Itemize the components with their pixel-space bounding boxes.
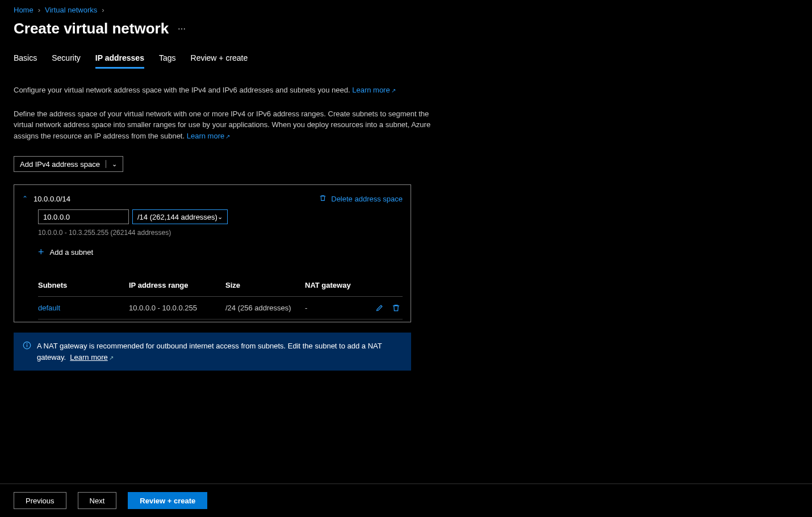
trash-icon xyxy=(319,194,327,204)
col-subnets: Subnets xyxy=(38,281,129,289)
external-link-icon: ↗ xyxy=(225,132,230,141)
learn-more-link[interactable]: Learn more↗ xyxy=(187,132,230,140)
page-title: Create virtual network xyxy=(14,20,169,37)
tab-tags[interactable]: Tags xyxy=(159,53,176,69)
cidr-label: /14 (262,144 addresses) xyxy=(137,213,217,221)
subnet-name-link[interactable]: default xyxy=(38,304,129,312)
more-icon[interactable]: ⋯ xyxy=(178,24,187,33)
chevron-up-icon[interactable]: ⌃ xyxy=(22,195,28,203)
add-subnet-button[interactable]: + Add a subnet xyxy=(38,247,403,257)
subnet-range: 10.0.0.0 - 10.0.0.255 xyxy=(129,304,225,312)
subnets-table: Subnets IP address range Size NAT gatewa… xyxy=(38,274,403,320)
add-ipv4-address-space-button[interactable]: Add IPv4 address space ⌄ xyxy=(14,156,123,172)
chevron-down-icon: ⌄ xyxy=(217,213,223,221)
review-create-button[interactable]: Review + create xyxy=(128,492,207,509)
tab-basics[interactable]: Basics xyxy=(14,53,37,69)
address-space-card: ⌃ 10.0.0.0/14 Delete address space /14 (… xyxy=(14,184,411,322)
breadcrumb-virtual-networks[interactable]: Virtual networks xyxy=(45,6,97,14)
info-learn-more-link[interactable]: Learn more xyxy=(70,353,107,362)
address-space-title: 10.0.0.0/14 xyxy=(34,195,70,203)
nat-gateway-info: A NAT gateway is recommended for outboun… xyxy=(14,333,411,371)
col-ip-range: IP address range xyxy=(129,281,225,289)
address-range-hint: 10.0.0.0 - 10.3.255.255 (262144 addresse… xyxy=(38,229,403,237)
add-subnet-label: Add a subnet xyxy=(50,248,94,257)
next-button[interactable]: Next xyxy=(78,492,117,509)
breadcrumb: Home › Virtual networks › xyxy=(14,0,812,14)
tab-ip-addresses[interactable]: IP addresses xyxy=(95,53,144,69)
external-link-icon: ↗ xyxy=(109,354,114,362)
external-link-icon: ↗ xyxy=(391,86,396,95)
chevron-right-icon: › xyxy=(102,6,104,14)
info-icon xyxy=(23,341,31,363)
tabs: Basics Security IP addresses Tags Review… xyxy=(14,53,812,69)
table-row: default 10.0.0.0 - 10.0.0.255 /24 (256 a… xyxy=(38,297,403,320)
chevron-right-icon: › xyxy=(38,6,40,14)
subnet-nat: - xyxy=(305,304,367,312)
add-space-label: Add IPv4 address space xyxy=(20,160,100,169)
tab-security[interactable]: Security xyxy=(52,53,81,69)
delete-address-space-button[interactable]: Delete address space xyxy=(319,194,403,204)
footer: Previous Next Review + create xyxy=(0,484,812,517)
breadcrumb-home[interactable]: Home xyxy=(14,6,34,14)
intro-text-2: Define the address space of your virtual… xyxy=(14,108,445,142)
learn-more-link[interactable]: Learn more↗ xyxy=(352,86,395,94)
edit-subnet-button[interactable] xyxy=(375,304,384,312)
address-space-ip-input[interactable] xyxy=(38,209,129,224)
subnet-size: /24 (256 addresses) xyxy=(225,304,305,312)
intro-text-1: Configure your virtual network address s… xyxy=(14,85,445,96)
svg-point-2 xyxy=(27,343,27,344)
intro-line1: Configure your virtual network address s… xyxy=(14,86,350,94)
delete-label: Delete address space xyxy=(331,195,403,203)
chevron-down-icon: ⌄ xyxy=(112,161,117,168)
plus-icon: + xyxy=(38,247,44,257)
delete-subnet-button[interactable] xyxy=(392,304,400,312)
previous-button[interactable]: Previous xyxy=(14,492,66,509)
divider xyxy=(106,160,106,168)
col-nat-gateway: NAT gateway xyxy=(305,281,367,289)
address-space-cidr-select[interactable]: /14 (262,144 addresses) ⌄ xyxy=(132,209,228,224)
table-header: Subnets IP address range Size NAT gatewa… xyxy=(38,274,403,297)
tab-review-create[interactable]: Review + create xyxy=(191,53,248,69)
col-size: Size xyxy=(225,281,305,289)
